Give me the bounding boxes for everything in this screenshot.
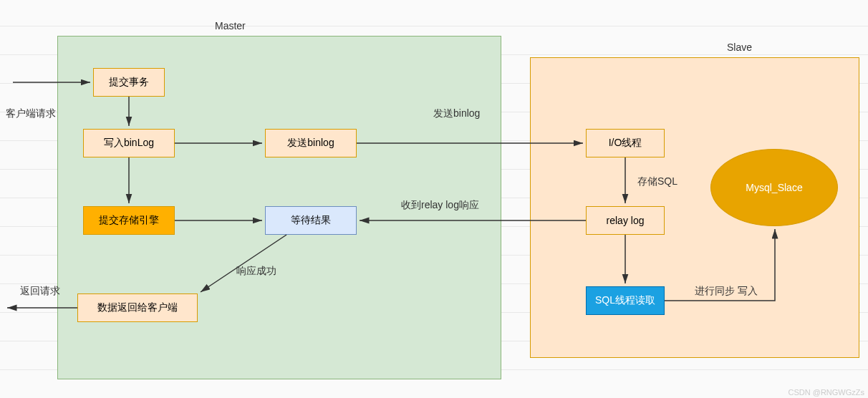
mysql-slave-node: Mysql_Slace (710, 149, 838, 226)
submit-tx-node: 提交事务 (93, 68, 165, 97)
store-sql-label: 存储SQL (637, 175, 677, 188)
return-client-node: 数据返回给客户端 (77, 293, 198, 322)
return-request-label: 返回请求 (20, 285, 60, 298)
io-thread-node: I/O线程 (586, 129, 665, 157)
slave-title: Slave (727, 42, 752, 53)
commit-engine-node: 提交存储引擎 (83, 206, 175, 235)
send-binlog-edge-label: 发送binlog (433, 107, 480, 120)
sync-write-label: 进行同步 写入 (695, 285, 758, 298)
watermark: CSDN @RNGWGzZs (789, 388, 865, 397)
resp-success-label: 响应成功 (236, 265, 276, 278)
wait-result-node: 等待结果 (265, 206, 357, 235)
relay-log-node: relay log (586, 206, 665, 235)
write-binlog-node: 写入binLog (83, 129, 175, 157)
master-title: Master (215, 20, 246, 31)
send-binlog-node: 发送binlog (265, 129, 357, 157)
client-request-label: 客户端请求 (6, 107, 56, 120)
sql-read-node: SQL线程读取 (586, 286, 665, 315)
relay-resp-label: 收到relay log响应 (401, 199, 479, 212)
